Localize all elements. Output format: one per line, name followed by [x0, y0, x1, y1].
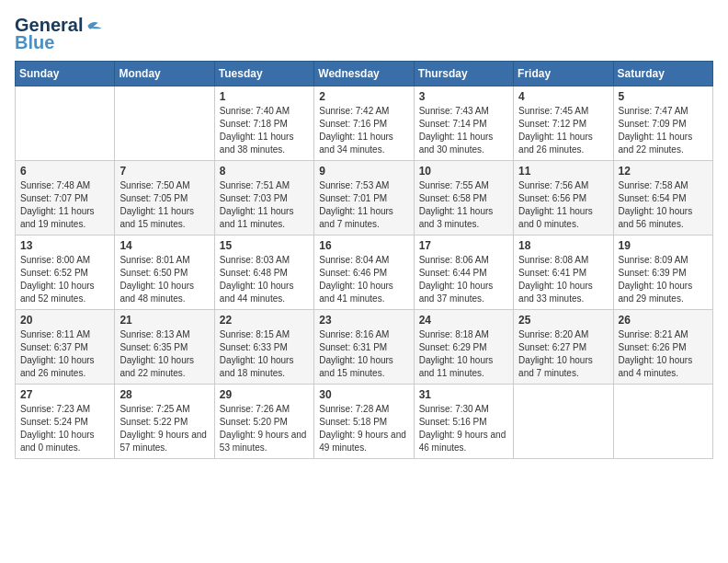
- day-number: 22: [220, 314, 309, 327]
- day-info: Sunrise: 8:03 AMSunset: 6:48 PMDaylight:…: [220, 254, 309, 305]
- calendar-cell: 6Sunrise: 7:48 AMSunset: 7:07 PMDaylight…: [16, 161, 115, 236]
- calendar-cell: 24Sunrise: 8:18 AMSunset: 6:29 PMDayligh…: [414, 310, 513, 385]
- calendar-week-row: 13Sunrise: 8:00 AMSunset: 6:52 PMDayligh…: [16, 236, 713, 310]
- calendar-cell: 28Sunrise: 7:25 AMSunset: 5:22 PMDayligh…: [115, 385, 214, 459]
- day-number: 27: [20, 388, 109, 401]
- day-info: Sunrise: 7:50 AMSunset: 7:05 PMDaylight:…: [119, 179, 209, 231]
- page-header: General Blue: [15, 15, 713, 53]
- logo-bird-icon: [85, 19, 103, 32]
- day-number: 23: [319, 314, 408, 327]
- day-number: 16: [319, 239, 408, 252]
- calendar-cell: 26Sunrise: 8:21 AMSunset: 6:26 PMDayligh…: [613, 310, 712, 385]
- day-number: 30: [319, 388, 408, 401]
- calendar-cell: 11Sunrise: 7:56 AMSunset: 6:56 PMDayligh…: [514, 161, 613, 236]
- weekday-header-row: SundayMondayTuesdayWednesdayThursdayFrid…: [16, 62, 713, 86]
- weekday-header: Sunday: [16, 62, 115, 86]
- day-info: Sunrise: 8:01 AMSunset: 6:50 PMDaylight:…: [119, 254, 209, 305]
- calendar-week-row: 1Sunrise: 7:40 AMSunset: 7:18 PMDaylight…: [16, 86, 713, 161]
- day-info: Sunrise: 8:08 AMSunset: 6:41 PMDaylight:…: [518, 254, 608, 305]
- day-number: 4: [518, 90, 608, 103]
- day-number: 2: [319, 90, 408, 103]
- calendar-cell: 1Sunrise: 7:40 AMSunset: 7:18 PMDaylight…: [214, 86, 313, 161]
- calendar-cell: 9Sunrise: 7:53 AMSunset: 7:01 PMDaylight…: [314, 161, 414, 236]
- calendar-cell: 12Sunrise: 7:58 AMSunset: 6:54 PMDayligh…: [613, 161, 712, 236]
- weekday-header: Monday: [115, 62, 214, 86]
- calendar-cell: 4Sunrise: 7:45 AMSunset: 7:12 PMDaylight…: [514, 86, 613, 161]
- calendar-table: SundayMondayTuesdayWednesdayThursdayFrid…: [15, 61, 713, 459]
- day-info: Sunrise: 7:45 AMSunset: 7:12 PMDaylight:…: [518, 105, 608, 156]
- day-info: Sunrise: 7:25 AMSunset: 5:22 PMDaylight:…: [119, 403, 209, 454]
- calendar-week-row: 27Sunrise: 7:23 AMSunset: 5:24 PMDayligh…: [16, 385, 713, 459]
- calendar-cell: 3Sunrise: 7:43 AMSunset: 7:14 PMDaylight…: [414, 86, 513, 161]
- day-number: 29: [220, 388, 309, 401]
- calendar-cell: 22Sunrise: 8:15 AMSunset: 6:33 PMDayligh…: [214, 310, 313, 385]
- day-number: 10: [419, 165, 508, 178]
- day-info: Sunrise: 8:00 AMSunset: 6:52 PMDaylight:…: [20, 254, 109, 305]
- calendar-cell: 25Sunrise: 8:20 AMSunset: 6:27 PMDayligh…: [514, 310, 613, 385]
- day-number: 26: [619, 314, 708, 327]
- day-info: Sunrise: 7:40 AMSunset: 7:18 PMDaylight:…: [220, 105, 309, 156]
- day-number: 17: [419, 239, 508, 252]
- day-info: Sunrise: 7:48 AMSunset: 7:07 PMDaylight:…: [20, 179, 109, 231]
- day-info: Sunrise: 7:30 AMSunset: 5:16 PMDaylight:…: [419, 403, 508, 454]
- day-number: 31: [419, 388, 508, 401]
- calendar-cell: 7Sunrise: 7:50 AMSunset: 7:05 PMDaylight…: [115, 161, 214, 236]
- logo: General Blue: [15, 15, 103, 53]
- day-number: 28: [119, 388, 209, 401]
- calendar-cell: 17Sunrise: 8:06 AMSunset: 6:44 PMDayligh…: [414, 236, 513, 310]
- calendar-cell: 30Sunrise: 7:28 AMSunset: 5:18 PMDayligh…: [314, 385, 414, 459]
- day-info: Sunrise: 8:16 AMSunset: 6:31 PMDaylight:…: [319, 328, 408, 380]
- calendar-cell: 29Sunrise: 7:26 AMSunset: 5:20 PMDayligh…: [214, 385, 313, 459]
- calendar-cell: 16Sunrise: 8:04 AMSunset: 6:46 PMDayligh…: [314, 236, 414, 310]
- day-info: Sunrise: 8:21 AMSunset: 6:26 PMDaylight:…: [619, 328, 708, 380]
- day-info: Sunrise: 7:23 AMSunset: 5:24 PMDaylight:…: [20, 403, 109, 454]
- day-info: Sunrise: 8:18 AMSunset: 6:29 PMDaylight:…: [419, 328, 508, 380]
- day-info: Sunrise: 7:43 AMSunset: 7:14 PMDaylight:…: [419, 105, 508, 156]
- calendar-week-row: 6Sunrise: 7:48 AMSunset: 7:07 PMDaylight…: [16, 161, 713, 236]
- day-number: 19: [619, 239, 708, 252]
- logo-blue-text: Blue: [15, 32, 54, 53]
- day-info: Sunrise: 7:42 AMSunset: 7:16 PMDaylight:…: [319, 105, 408, 156]
- calendar-week-row: 20Sunrise: 8:11 AMSunset: 6:37 PMDayligh…: [16, 310, 713, 385]
- calendar-cell: 2Sunrise: 7:42 AMSunset: 7:16 PMDaylight…: [314, 86, 414, 161]
- weekday-header: Saturday: [613, 62, 712, 86]
- weekday-header: Friday: [514, 62, 613, 86]
- weekday-header: Thursday: [414, 62, 513, 86]
- day-number: 13: [20, 239, 109, 252]
- day-number: 21: [119, 314, 209, 327]
- calendar-cell: 31Sunrise: 7:30 AMSunset: 5:16 PMDayligh…: [414, 385, 513, 459]
- calendar-cell: 23Sunrise: 8:16 AMSunset: 6:31 PMDayligh…: [314, 310, 414, 385]
- day-info: Sunrise: 7:28 AMSunset: 5:18 PMDaylight:…: [319, 403, 408, 454]
- day-info: Sunrise: 8:13 AMSunset: 6:35 PMDaylight:…: [119, 328, 209, 380]
- weekday-header: Tuesday: [214, 62, 313, 86]
- day-info: Sunrise: 7:47 AMSunset: 7:09 PMDaylight:…: [619, 105, 708, 156]
- day-info: Sunrise: 8:04 AMSunset: 6:46 PMDaylight:…: [319, 254, 408, 305]
- calendar-cell: [115, 86, 214, 161]
- day-info: Sunrise: 7:26 AMSunset: 5:20 PMDaylight:…: [220, 403, 309, 454]
- calendar-cell: [16, 86, 115, 161]
- calendar-cell: 18Sunrise: 8:08 AMSunset: 6:41 PMDayligh…: [514, 236, 613, 310]
- weekday-header: Wednesday: [314, 62, 414, 86]
- day-number: 18: [518, 239, 608, 252]
- day-info: Sunrise: 8:06 AMSunset: 6:44 PMDaylight:…: [419, 254, 508, 305]
- day-number: 15: [220, 239, 309, 252]
- day-info: Sunrise: 7:55 AMSunset: 6:58 PMDaylight:…: [419, 179, 508, 231]
- day-number: 8: [220, 165, 309, 178]
- day-info: Sunrise: 7:53 AMSunset: 7:01 PMDaylight:…: [319, 179, 408, 231]
- calendar-cell: 5Sunrise: 7:47 AMSunset: 7:09 PMDaylight…: [613, 86, 712, 161]
- day-info: Sunrise: 7:51 AMSunset: 7:03 PMDaylight:…: [220, 179, 309, 231]
- calendar-cell: [514, 385, 613, 459]
- calendar-cell: 21Sunrise: 8:13 AMSunset: 6:35 PMDayligh…: [115, 310, 214, 385]
- day-info: Sunrise: 7:56 AMSunset: 6:56 PMDaylight:…: [518, 179, 608, 231]
- day-info: Sunrise: 8:15 AMSunset: 6:33 PMDaylight:…: [220, 328, 309, 380]
- calendar-cell: 8Sunrise: 7:51 AMSunset: 7:03 PMDaylight…: [214, 161, 313, 236]
- calendar-cell: [613, 385, 712, 459]
- day-number: 25: [518, 314, 608, 327]
- day-info: Sunrise: 8:11 AMSunset: 6:37 PMDaylight:…: [20, 328, 109, 380]
- calendar-cell: 19Sunrise: 8:09 AMSunset: 6:39 PMDayligh…: [613, 236, 712, 310]
- calendar-cell: 20Sunrise: 8:11 AMSunset: 6:37 PMDayligh…: [16, 310, 115, 385]
- day-info: Sunrise: 8:09 AMSunset: 6:39 PMDaylight:…: [619, 254, 708, 305]
- day-info: Sunrise: 8:20 AMSunset: 6:27 PMDaylight:…: [518, 328, 608, 380]
- calendar-cell: 27Sunrise: 7:23 AMSunset: 5:24 PMDayligh…: [16, 385, 115, 459]
- day-number: 3: [419, 90, 508, 103]
